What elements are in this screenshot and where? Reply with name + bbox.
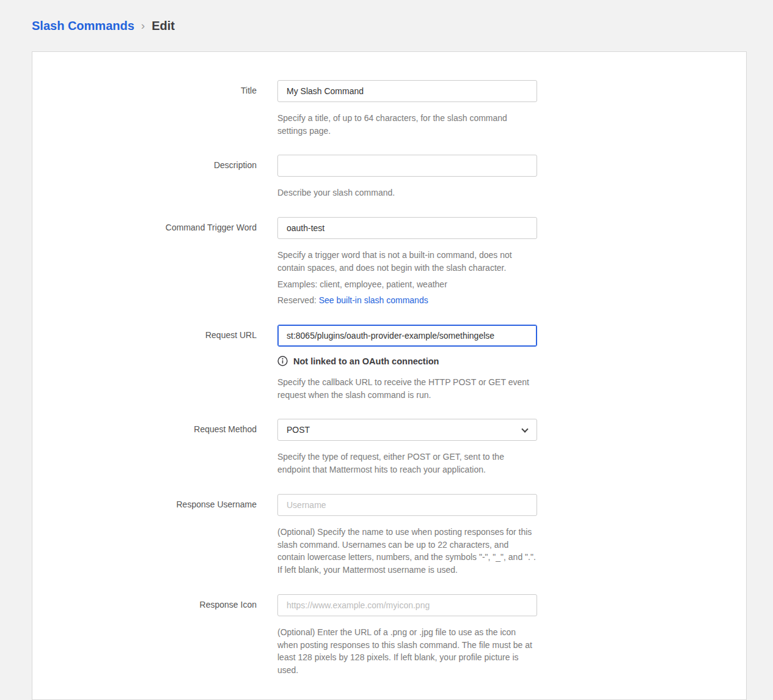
request-url-label: Request URL: [32, 325, 277, 401]
breadcrumb-chevron-icon: ›: [141, 19, 145, 32]
breadcrumb-slash-commands-link[interactable]: Slash Commands: [32, 19, 134, 33]
response-username-help: (Optional) Specify the name to use when …: [277, 526, 537, 577]
request-method-help: Specify the type of request, either POST…: [277, 451, 537, 476]
request-url-input[interactable]: [277, 325, 537, 347]
description-help: Describe your slash command.: [277, 186, 537, 199]
form-row-trigger-word: Command Trigger Word Specify a trigger w…: [32, 217, 746, 307]
form-row-response-icon: Response Icon (Optional) Enter the URL o…: [32, 594, 746, 677]
trigger-word-reserved: Reserved: See built-in slash commands: [277, 294, 537, 307]
trigger-word-input[interactable]: [277, 217, 537, 239]
response-icon-help-text: (Optional) Enter the URL of a .png or .j…: [277, 626, 537, 677]
info-icon: [277, 356, 288, 366]
oauth-notice-text: Not linked to an OAuth connection: [293, 356, 439, 366]
response-icon-input[interactable]: [277, 594, 537, 616]
built-in-slash-commands-link[interactable]: See built-in slash commands: [319, 295, 428, 305]
trigger-word-examples: Examples: client, employee, patient, wea…: [277, 278, 537, 291]
form-row-response-username: Response Username (Optional) Specify the…: [32, 494, 746, 577]
trigger-word-help: Specify a trigger word that is not a bui…: [277, 249, 537, 307]
form-row-title: Title Specify a title, of up to 64 chara…: [32, 80, 746, 137]
request-url-help-text: Specify the callback URL to receive the …: [277, 376, 537, 401]
form-row-request-url: Request URL Not linked to an OAuth conne…: [32, 325, 746, 401]
description-label: Description: [32, 155, 277, 199]
trigger-word-help-text: Specify a trigger word that is not a bui…: [277, 249, 537, 274]
title-input[interactable]: [277, 80, 537, 102]
description-input[interactable]: [277, 155, 537, 177]
response-icon-label: Response Icon: [32, 594, 277, 677]
form-row-request-method: Request Method POST Specify the type of …: [32, 419, 746, 476]
request-url-help: Specify the callback URL to receive the …: [277, 376, 537, 401]
trigger-word-label: Command Trigger Word: [32, 217, 277, 307]
oauth-connection-notice: Not linked to an OAuth connection: [277, 356, 537, 366]
request-method-label: Request Method: [32, 419, 277, 476]
response-icon-help: (Optional) Enter the URL of a .png or .j…: [277, 626, 537, 677]
title-label: Title: [32, 80, 277, 137]
breadcrumb: Slash Commands › Edit: [0, 0, 773, 51]
breadcrumb-current: Edit: [152, 19, 175, 33]
request-method-select[interactable]: POST: [277, 419, 537, 441]
edit-command-panel: Title Specify a title, of up to 64 chara…: [32, 51, 747, 700]
response-username-help-text: (Optional) Specify the name to use when …: [277, 526, 537, 577]
request-method-help-text: Specify the type of request, either POST…: [277, 451, 537, 476]
description-help-text: Describe your slash command.: [277, 186, 537, 199]
response-username-input[interactable]: [277, 494, 537, 516]
form-row-description: Description Describe your slash command.: [32, 155, 746, 199]
title-help: Specify a title, of up to 64 characters,…: [277, 112, 537, 137]
reserved-prefix: Reserved:: [277, 295, 319, 305]
response-username-label: Response Username: [32, 494, 277, 577]
title-help-text: Specify a title, of up to 64 characters,…: [277, 112, 537, 137]
